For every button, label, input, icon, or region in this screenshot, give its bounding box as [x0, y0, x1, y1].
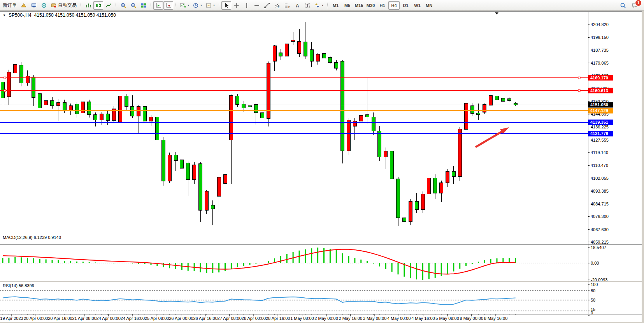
templates-button[interactable]: ▾ — [204, 1, 216, 10]
search-icon[interactable] — [619, 2, 627, 9]
auto-scroll-button[interactable] — [153, 1, 163, 10]
arrows-button[interactable]: ▾ — [312, 1, 325, 10]
candle — [69, 106, 72, 111]
svg-text:4 May 00:00: 4 May 00:00 — [387, 316, 411, 321]
resistance-line-2-price-label: 4160.613 — [588, 88, 613, 93]
svg-text:4076.300: 4076.300 — [591, 214, 609, 219]
timeframe-h1-button[interactable]: H1 — [377, 1, 388, 10]
toolbar-separator — [79, 1, 82, 10]
candle — [63, 103, 66, 111]
candle — [19, 65, 23, 83]
candle — [7, 72, 11, 97]
candle — [44, 100, 48, 105]
svg-text:2 May 00:00: 2 May 00:00 — [314, 316, 338, 321]
right-edge — [642, 11, 644, 323]
timeframe-mn-button[interactable]: MN — [423, 1, 435, 10]
candle — [310, 50, 313, 61]
cursor-button[interactable] — [221, 1, 231, 10]
navigator-icon[interactable] — [39, 1, 49, 10]
vline-button[interactable] — [242, 1, 251, 10]
support-line-2-price-label: 4131.779 — [588, 131, 613, 136]
candle — [433, 178, 437, 193]
timeframe-w1-button[interactable]: W1 — [412, 1, 423, 10]
svg-text:4179.065: 4179.065 — [591, 61, 609, 65]
candle — [118, 96, 122, 122]
svg-text:26 Apr 16:00: 26 Apr 16:00 — [193, 316, 217, 321]
chevron-down-icon[interactable]: ▾ — [188, 4, 189, 7]
chart-window[interactable]: ▼ SP500-,H4 4151.050 4151.050 4151.050 4… — [0, 11, 644, 323]
indicators-button[interactable]: ▾ — [178, 1, 191, 10]
macd-indicator-label: MACD(12,26,9) 6.1239 0.9140 — [3, 235, 61, 240]
toolbar-right-group: 1 — [619, 2, 644, 9]
new-order-button[interactable]: 新订单 — [1, 1, 18, 10]
chart-shift-button[interactable] — [163, 1, 173, 10]
trendline-button[interactable] — [262, 1, 272, 10]
chart-title: ▼ SP500-,H4 4151.050 4151.050 4151.050 4… — [3, 12, 116, 18]
candle — [298, 41, 301, 54]
zoom-out-button[interactable] — [128, 1, 138, 10]
svg-text:4119.140: 4119.140 — [591, 150, 608, 155]
periods-button[interactable]: ▾ — [191, 1, 204, 10]
candle — [106, 114, 109, 121]
svg-text:1 May 08:00: 1 May 08:00 — [290, 316, 314, 321]
line-handle — [578, 77, 580, 79]
line-chart-button[interactable] — [104, 1, 113, 10]
candlestick-chart-button[interactable] — [93, 1, 103, 10]
candle — [143, 106, 147, 121]
chevron-down-icon[interactable]: ▾ — [213, 4, 215, 7]
candle — [81, 102, 85, 113]
auto-trading-button[interactable]: 自动交易 — [49, 1, 78, 10]
cursor-icon — [223, 2, 230, 9]
crosshair-button[interactable] — [232, 1, 241, 10]
candle — [452, 171, 455, 176]
candle — [260, 113, 264, 118]
svg-text:18.5407: 18.5407 — [591, 245, 606, 250]
candle — [470, 106, 474, 114]
bar-chart-button[interactable] — [83, 1, 93, 10]
tile-windows-button[interactable] — [139, 1, 148, 10]
timeframe-m30-button[interactable]: M30 — [365, 1, 376, 10]
svg-text:4110.470: 4110.470 — [591, 163, 608, 168]
pivot-line-price-label: 4147.129 — [588, 108, 613, 113]
svg-text:20 Apr 00:00: 20 Apr 00:00 — [24, 316, 48, 321]
vline-icon — [244, 2, 250, 9]
line-chart-icon — [105, 2, 112, 9]
hline-button[interactable] — [252, 1, 261, 10]
timeframe-d1-button[interactable]: D1 — [400, 1, 411, 10]
auto-trading-button-label: 自动交易 — [58, 2, 77, 9]
timeframe-h4-button[interactable]: H4 — [388, 1, 400, 10]
svg-text:4147.129: 4147.129 — [590, 108, 608, 113]
timeframe-m5-button[interactable]: M5 — [342, 1, 353, 10]
candle — [180, 160, 184, 168]
candle — [94, 115, 97, 120]
svg-text:4204.820: 4204.820 — [591, 22, 609, 27]
collapse-icon[interactable]: ▼ — [3, 14, 6, 17]
pane-splitter-rsi[interactable] — [0, 281, 644, 282]
svg-text:27 Apr 08:00: 27 Apr 08:00 — [218, 316, 242, 321]
svg-text:0: 0 — [591, 311, 593, 315]
candle — [495, 96, 499, 100]
fibonacci-button[interactable]: F — [282, 1, 292, 10]
candle — [193, 165, 196, 180]
chevron-down-icon[interactable]: ▾ — [200, 4, 202, 7]
candle — [155, 117, 159, 140]
pane-splitter-macd[interactable] — [0, 244, 644, 246]
svg-text:4160.613: 4160.613 — [590, 88, 608, 93]
label-button[interactable]: T — [302, 1, 312, 10]
text-button[interactable]: A — [292, 1, 302, 10]
candle — [446, 171, 449, 183]
candle — [464, 103, 468, 129]
market-watch-icon[interactable] — [29, 1, 39, 10]
timeframe-m1-button[interactable]: M1 — [330, 1, 341, 10]
channel-button[interactable]: E — [272, 1, 282, 10]
svg-text:21 Apr 08:00: 21 Apr 08:00 — [72, 316, 96, 321]
symbols-icon[interactable] — [19, 1, 28, 10]
chat-icon[interactable]: 1 — [631, 2, 639, 9]
chevron-down-icon[interactable]: ▾ — [322, 4, 323, 7]
svg-text:25 Apr 08:00: 25 Apr 08:00 — [145, 316, 169, 321]
zoom-in-icon — [120, 2, 126, 9]
candle — [161, 140, 165, 181]
timeframe-m15-button[interactable]: M15 — [353, 1, 365, 10]
candle — [402, 218, 406, 221]
zoom-in-button[interactable] — [118, 1, 128, 10]
